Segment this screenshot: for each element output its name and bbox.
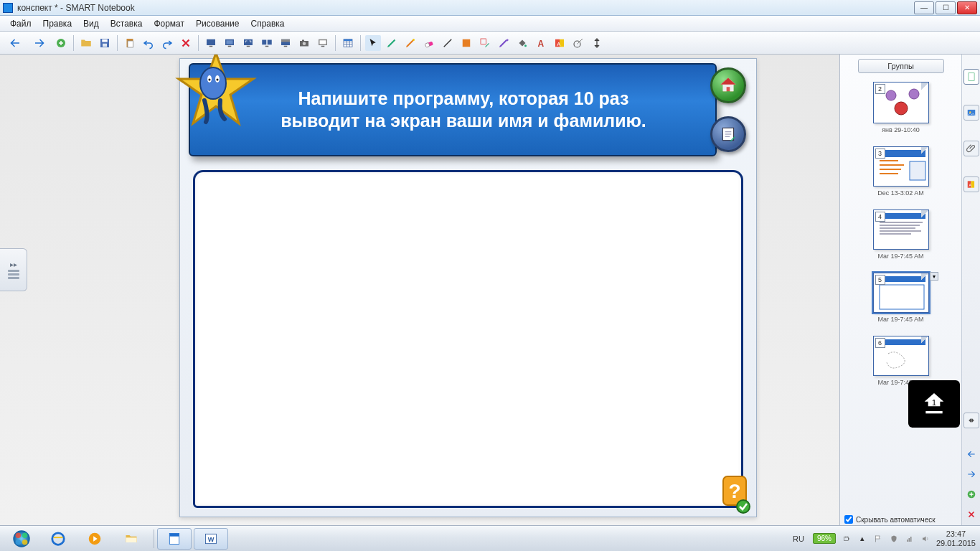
home-button[interactable] (710, 67, 746, 103)
tab-properties[interactable]: A (963, 176, 979, 192)
autohide-input[interactable] (844, 515, 853, 524)
tray-chevron[interactable]: ▴ (857, 534, 867, 544)
menu-file[interactable]: Файл (4, 17, 37, 30)
fill-tool[interactable] (514, 35, 530, 51)
text-tool[interactable]: A (533, 35, 549, 51)
thumbnail-menu-button[interactable]: ▾ (930, 272, 938, 281)
svg-text:?: ? (728, 480, 740, 502)
svg-text:A: A (969, 183, 971, 187)
thumbnail-2[interactable]: 2 (873, 82, 929, 123)
table-button[interactable] (340, 35, 356, 51)
thumbnail-5[interactable]: 5 ▾ (873, 273, 929, 313)
redo-button[interactable] (159, 35, 175, 51)
doccam-button[interactable] (315, 35, 331, 51)
task-mediaplayer[interactable] (77, 528, 112, 550)
thumbnail-6[interactable]: 6 (873, 336, 929, 376)
shapes-tool[interactable] (458, 35, 474, 51)
tray-clock[interactable]: 23:47 29.01.2015 (936, 529, 976, 547)
svg-point-52 (909, 89, 919, 99)
dogear-icon (921, 83, 928, 90)
shape-pen-tool[interactable] (477, 35, 493, 51)
close-button[interactable]: ✕ (957, 1, 977, 14)
maximize-button[interactable]: ☐ (936, 1, 956, 14)
properties-tool[interactable]: A (552, 35, 567, 51)
svg-rect-11 (244, 39, 253, 44)
thumbnail-4[interactable]: 4 (873, 209, 929, 250)
slide-page[interactable]: Напишите программу, которая 10 раз вывод… (179, 58, 757, 517)
menu-view[interactable]: Вид (77, 17, 105, 30)
screen2-button[interactable] (222, 35, 237, 51)
tab-gallery[interactable] (963, 105, 979, 121)
line-tool[interactable] (440, 35, 456, 51)
nav-back-button[interactable] (4, 35, 26, 51)
thumbnail-3[interactable]: 3 (873, 146, 929, 187)
menu-help[interactable]: Справка (245, 17, 290, 30)
eraser-tool[interactable] (421, 35, 437, 51)
task-explorer[interactable] (114, 528, 149, 550)
answer-area[interactable] (193, 170, 743, 508)
svg-point-80 (22, 532, 27, 537)
svg-rect-69 (968, 73, 974, 81)
thumbnail-3-caption: Dec 13-3:02 AM (877, 189, 924, 197)
svg-rect-14 (268, 39, 272, 44)
svg-text:A: A (538, 38, 545, 48)
add-page-button[interactable] (53, 35, 69, 51)
measure-tool[interactable] (570, 35, 586, 51)
autohide-checkbox[interactable]: Скрывать автоматическ (844, 515, 960, 524)
nav-next-button[interactable] (963, 466, 979, 482)
menu-format[interactable]: Формат (148, 17, 190, 30)
pen-tool[interactable] (384, 35, 400, 51)
task-banner: Напишите программу, которая 10 раз вывод… (189, 63, 717, 156)
tray-flag-icon[interactable] (873, 534, 883, 544)
upload-overlay-button[interactable]: 1 (908, 380, 960, 428)
save-button[interactable] (97, 35, 113, 51)
delete-button[interactable] (178, 35, 194, 51)
camera-button[interactable] (296, 35, 312, 51)
screenshade-button[interactable] (278, 35, 293, 51)
paste-button[interactable] (122, 35, 138, 51)
groups-button[interactable]: Группы (858, 59, 944, 73)
close-panel-button[interactable] (963, 507, 979, 522)
select-tool[interactable] (365, 35, 381, 51)
dualscreen-button[interactable] (259, 35, 275, 51)
undo-button[interactable] (141, 35, 156, 51)
task-ie[interactable] (41, 528, 75, 550)
canvas-area[interactable]: ▸▸ Напишите программу, которая 10 раз вы… (0, 55, 839, 525)
svg-rect-31 (481, 39, 486, 44)
nav-forward-button[interactable] (29, 35, 50, 51)
workspace: ▸▸ Напишите программу, которая 10 раз вы… (0, 55, 980, 525)
svg-rect-17 (281, 39, 290, 42)
menu-edit[interactable]: Правка (37, 17, 78, 30)
move-toolbar-button[interactable] (589, 35, 605, 51)
tab-attachments[interactable] (963, 141, 979, 156)
tray-battery[interactable]: 96% (813, 533, 836, 544)
tab-page-sorter[interactable] (963, 69, 979, 85)
task-word[interactable]: W (194, 528, 228, 550)
start-button[interactable] (4, 528, 39, 550)
tray-network-icon[interactable] (905, 534, 915, 544)
tray-shield-icon[interactable] (889, 534, 899, 544)
add-page-side-button[interactable] (963, 486, 979, 502)
svg-point-40 (200, 67, 226, 99)
minimize-button[interactable]: — (914, 1, 934, 14)
open-button[interactable] (78, 35, 94, 51)
svg-point-20 (303, 42, 306, 45)
tab-collapse[interactable] (963, 413, 979, 428)
help-check-icon[interactable]: ? (720, 475, 750, 514)
tray-language[interactable]: RU (790, 533, 807, 545)
magic-pen-tool[interactable]: ✦ (496, 35, 512, 51)
task-smartnotebook[interactable] (157, 528, 192, 550)
svg-text:W: W (208, 536, 215, 543)
notes-button[interactable] (710, 116, 746, 152)
menu-insert[interactable]: Вставка (105, 17, 149, 30)
creative-pen-tool[interactable] (402, 35, 418, 51)
left-panel-handle[interactable]: ▸▸ (0, 248, 27, 291)
screen1-button[interactable] (203, 35, 219, 51)
tray-power-icon[interactable] (842, 534, 852, 544)
dogear-icon (921, 210, 928, 217)
tray-volume-icon[interactable] (920, 534, 930, 544)
svg-rect-57 (880, 169, 901, 170)
fullscreen-button[interactable] (240, 35, 256, 51)
nav-prev-button[interactable] (963, 446, 979, 462)
menu-draw[interactable]: Рисование (190, 17, 245, 30)
